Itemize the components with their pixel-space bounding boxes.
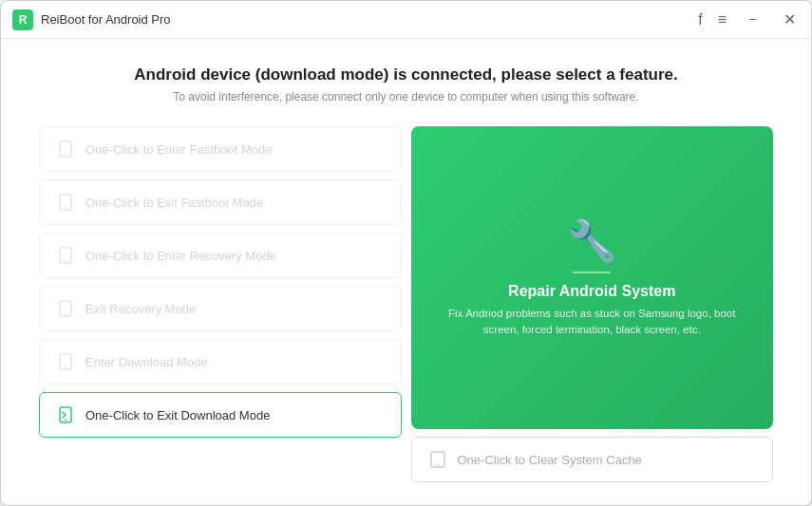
repair-title: Repair Android System: [508, 283, 675, 300]
menu-icon[interactable]: ≡: [718, 11, 727, 28]
main-content: Android device (download mode) is connec…: [1, 39, 811, 505]
download-exit-label: One-Click to Exit Download Mode: [85, 408, 270, 422]
left-column: One-Click to Enter Fastboot Mode One-Cli…: [39, 126, 402, 482]
cache-icon: [427, 449, 448, 470]
repair-desc: Fix Andriod problems such as stuck on Sa…: [430, 306, 755, 339]
fastboot-exit-button[interactable]: One-Click to Exit Fastboot Mode: [39, 179, 402, 225]
sub-title: To avoid interference, please connect on…: [39, 90, 773, 103]
svg-point-13: [437, 464, 439, 466]
repair-tools-icon: 🔧: [567, 217, 616, 264]
app-window: R ReiBoot for Android Pro f ≡ － ✕ Androi…: [0, 0, 812, 506]
header-section: Android device (download mode) is connec…: [39, 66, 773, 103]
svg-point-11: [65, 420, 66, 422]
repair-android-button[interactable]: 🔧 Repair Android System Fix Andriod prob…: [411, 126, 774, 429]
download-enter-button[interactable]: Enter Download Mode: [39, 339, 402, 384]
clear-cache-label: One-Click to Clear System Cache: [458, 453, 642, 467]
right-column: 🔧 Repair Android System Fix Andriod prob…: [411, 126, 774, 482]
fastboot-enter-button[interactable]: One-Click to Enter Fastboot Mode: [39, 126, 402, 172]
main-title: Android device (download mode) is connec…: [39, 66, 773, 84]
titlebar-right: f ≡ － ✕: [698, 8, 800, 31]
svg-point-5: [65, 260, 66, 262]
phone-icon-5: [55, 351, 76, 372]
fastboot-exit-label: One-Click to Exit Fastboot Mode: [85, 196, 263, 210]
phone-icon-3: [55, 245, 76, 266]
svg-point-7: [65, 313, 66, 315]
svg-point-1: [65, 154, 66, 156]
close-button[interactable]: ✕: [780, 9, 800, 30]
features-grid: One-Click to Enter Fastboot Mode One-Cli…: [39, 126, 773, 482]
svg-point-3: [65, 207, 66, 209]
recovery-exit-button[interactable]: Exit Recovery Mode: [39, 286, 402, 331]
titlebar-left: R ReiBoot for Android Pro: [12, 9, 171, 30]
phone-icon: [55, 139, 76, 159]
recovery-enter-label: One-Click to Enter Recovery Mode: [85, 249, 276, 263]
phone-icon-4: [55, 298, 76, 319]
titlebar: R ReiBoot for Android Pro f ≡ － ✕: [1, 1, 811, 39]
recovery-enter-button[interactable]: One-Click to Enter Recovery Mode: [39, 233, 402, 278]
fastboot-enter-label: One-Click to Enter Fastboot Mode: [85, 142, 273, 157]
app-logo: R: [12, 9, 33, 30]
clear-cache-button[interactable]: One-Click to Clear System Cache: [411, 437, 774, 482]
repair-divider: [573, 272, 611, 273]
recovery-exit-label: Exit Recovery Mode: [85, 302, 196, 316]
phone-active-icon: [55, 404, 76, 425]
minimize-button[interactable]: －: [742, 8, 765, 31]
download-enter-label: Enter Download Mode: [85, 355, 208, 369]
phone-icon-2: [55, 192, 76, 213]
app-title: ReiBoot for Android Pro: [41, 12, 171, 27]
download-exit-button[interactable]: One-Click to Exit Download Mode: [39, 392, 402, 438]
svg-point-9: [65, 366, 66, 368]
facebook-icon[interactable]: f: [698, 11, 702, 28]
